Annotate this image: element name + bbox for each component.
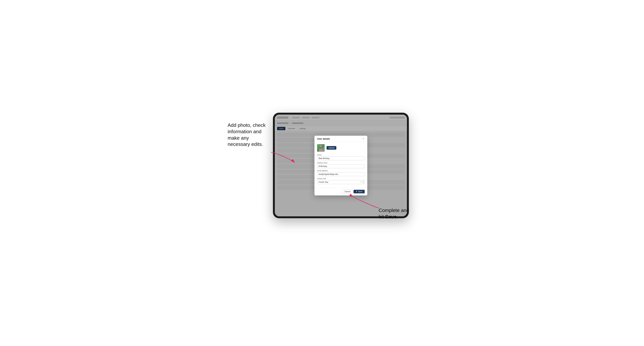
name-input[interactable]: [317, 157, 365, 160]
email-input[interactable]: [317, 172, 365, 176]
school-year-label: School Year: [317, 178, 365, 179]
school-year-wrapper: ✕ ⬆⬇: [317, 180, 365, 184]
modal-title: User details: [317, 138, 330, 140]
annotation-left-text: Add photo, check information and make an…: [228, 122, 266, 147]
user-details-modal: User details ×: [314, 136, 367, 195]
modal-close-button[interactable]: ×: [362, 138, 365, 140]
school-year-input[interactable]: [317, 180, 365, 184]
display-name-input[interactable]: [317, 164, 365, 168]
save-label: Save: [358, 190, 362, 193]
email-label: Email address: [317, 170, 365, 172]
school-year-spinner[interactable]: ⬆⬇: [362, 180, 364, 184]
photo-section: Upload: [317, 144, 365, 152]
email-field-group: Email address: [317, 170, 365, 176]
tablet-device: › Users Overview Settings: [273, 113, 409, 218]
user-photo-image: [317, 144, 325, 152]
school-year-field-group: School Year ✕ ⬆⬇: [317, 178, 365, 184]
photo-figure-head: [320, 145, 322, 147]
tablet-screen: › Users Overview Settings: [275, 115, 407, 216]
photo-figure-body: [319, 149, 323, 152]
cancel-button[interactable]: Cancel: [342, 189, 352, 193]
modal-footer: Cancel ⬆ Save: [314, 188, 367, 195]
modal-header: User details ×: [314, 136, 367, 142]
modal-overlay: User details ×: [275, 115, 407, 216]
name-field-group: Name: [317, 154, 365, 160]
scene: Add photo, check information and make an…: [228, 107, 416, 239]
save-button[interactable]: ⬆ Save: [354, 190, 365, 193]
display-name-label: Display name: [317, 162, 365, 164]
annotation-left: Add photo, check information and make an…: [228, 122, 271, 148]
clear-school-year-button[interactable]: ✕: [360, 181, 362, 183]
modal-body: Upload Name Display name: [314, 142, 367, 188]
school-year-controls: ✕ ⬆⬇: [360, 180, 364, 184]
user-photo-thumbnail: [317, 144, 325, 152]
name-label: Name: [317, 154, 365, 156]
upload-photo-button[interactable]: Upload: [326, 146, 336, 150]
display-name-field-group: Display name: [317, 162, 365, 168]
save-icon: ⬆: [356, 190, 357, 192]
